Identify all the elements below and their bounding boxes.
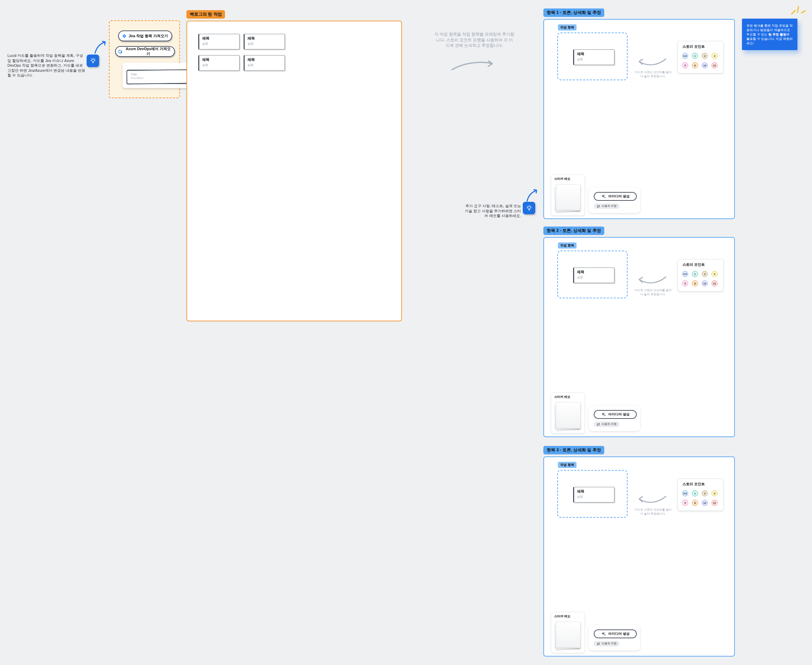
sticky-hint-text: 추가 요구 사항, 테스트, 설계 또는 기술 참고 사항을 추가하려면 스티커… — [463, 203, 521, 218]
import-azure-button[interactable]: Azure DevOps에서 가져오기 — [115, 46, 175, 57]
item-frame-1-title[interactable]: 항목 1 - 토론, 상세화 및 추정 — [543, 8, 604, 17]
ai-ideas-panel: 아이디어 생성 사용자 지정 — [589, 625, 640, 650]
jira-button-label: Jira 작업 항목 가져오기 — [129, 34, 168, 39]
card-title: 제목 — [247, 57, 282, 62]
card-title: 제목 — [577, 270, 611, 275]
backlog-card[interactable]: 제목 설명 — [198, 34, 240, 49]
story-point-chip[interactable]: 13 — [702, 62, 708, 69]
customize-button[interactable]: 사용자 지정 — [594, 421, 619, 427]
work-item-card[interactable]: 제목 설명 — [573, 267, 614, 283]
sticky-memo-panel: 스티커 메모 — [551, 392, 585, 434]
story-point-chip[interactable]: 13 — [702, 500, 708, 506]
sticky-note-stack[interactable] — [555, 400, 581, 431]
lucid-card[interactable]: Title Description — [123, 63, 192, 88]
drag-hint-text: 카드로 스토리 포인트를 끌어다 놓아 추정합니다. — [633, 508, 673, 516]
story-point-title: 스토리 포인트 — [683, 262, 705, 267]
sticky-note-stack[interactable] — [555, 620, 581, 650]
item-frame-3-title[interactable]: 항목 3 - 토론, 상세화 및 추정 — [543, 446, 604, 454]
story-point-chip[interactable]: 1 — [692, 271, 698, 277]
story-point-chip[interactable]: 8 — [692, 280, 698, 287]
story-point-chip[interactable]: 5 — [682, 500, 688, 506]
sparkle-icon — [601, 412, 606, 417]
generate-ideas-label: 아이디어 생성 — [608, 194, 630, 199]
azure-devops-icon — [118, 49, 122, 54]
customize-button[interactable]: 사용자 지정 — [594, 641, 619, 646]
sparkle-icon — [601, 631, 606, 637]
estimate-sticky-note[interactable]: 추정 뱅크를 통해 직접 추정을 적용하거나 팀원들이 개별적으로 투표할 수 … — [742, 19, 797, 50]
sticky-note-stack[interactable] — [555, 182, 581, 213]
jira-icon — [122, 34, 127, 38]
item-frame-2-title[interactable]: 항목 2 - 토론, 상세화 및 추정 — [543, 226, 604, 235]
story-point-chip[interactable]: 2 — [702, 53, 708, 59]
sticky-memo-label: 스티커 메모 — [554, 614, 570, 619]
backlog-card[interactable]: 제목 설명 — [243, 55, 285, 71]
backlog-card[interactable]: 제목 설명 — [243, 34, 285, 49]
backlog-frame-title[interactable]: 백로그의 팀 작업 — [186, 10, 225, 19]
story-point-chip[interactable]: 21 — [712, 62, 717, 69]
card-description: 설명 — [202, 63, 237, 67]
import-jira-button[interactable]: Jira 작업 항목 가져오기 — [118, 31, 172, 41]
curved-arrow-blue-icon — [93, 40, 108, 55]
generate-ideas-button[interactable]: 아이디어 생성 — [594, 410, 637, 419]
ai-ideas-panel: 아이디어 생성 사용자 지정 — [589, 406, 640, 431]
card-description: 설명 — [577, 495, 611, 499]
curved-arrow-blue-icon — [525, 188, 540, 203]
story-point-chip[interactable]: 13 — [702, 280, 708, 287]
story-point-chip[interactable]: 5 — [682, 62, 688, 69]
story-point-chip[interactable]: 8 — [692, 500, 698, 506]
story-point-chip[interactable]: 3 — [712, 271, 717, 277]
generate-ideas-button[interactable]: 아이디어 생성 — [594, 629, 637, 638]
customize-button[interactable]: 사용자 지정 — [594, 203, 619, 209]
customize-label: 사용자 지정 — [601, 642, 617, 646]
story-point-chip[interactable]: 21 — [712, 500, 717, 506]
ai-ideas-panel: 아이디어 생성 사용자 지정 — [589, 188, 640, 213]
story-point-chip[interactable]: 1 — [692, 53, 698, 59]
story-point-chip[interactable]: 8 — [692, 62, 698, 69]
story-point-chip[interactable]: 3 — [712, 490, 717, 496]
generate-ideas-button[interactable]: 아이디어 생성 — [594, 192, 637, 201]
card-title: 제목 — [577, 489, 611, 494]
story-point-chip[interactable]: 2 — [702, 490, 708, 496]
card-title: 제목 — [202, 36, 237, 41]
story-point-title: 스토리 포인트 — [683, 44, 705, 49]
card-title: 제목 — [577, 51, 611, 57]
lightbulb-icon — [523, 202, 535, 215]
story-point-chip[interactable]: 0.5 — [682, 53, 688, 59]
story-point-chip[interactable]: 2 — [702, 271, 708, 277]
work-item-card[interactable]: 제목 설명 — [573, 49, 614, 65]
work-item-tag[interactable]: 작업 항목 — [558, 25, 577, 31]
card-description-placeholder: Description — [131, 76, 184, 80]
story-point-chip[interactable]: 0.5 — [682, 271, 688, 277]
sparkle-decoration-icon — [790, 4, 807, 16]
backlog-card[interactable]: 제목 설명 — [198, 55, 240, 71]
curved-arrow-left-icon — [636, 494, 667, 505]
work-item-tag[interactable]: 작업 항목 — [558, 462, 577, 468]
story-point-chip[interactable]: 0.5 — [682, 490, 688, 496]
story-point-chip[interactable]: 5 — [682, 280, 688, 287]
customize-label: 사용자 지정 — [601, 204, 617, 208]
azure-button-label: Azure DevOps에서 가져오기 — [124, 46, 172, 57]
backlog-frame: 제목 설명 제목 설명 제목 설명 제목 설명 — [186, 21, 402, 321]
story-point-title: 스토리 포인트 — [683, 482, 705, 486]
story-point-bank: 스토리 포인트 0.5 1 2 3 5 8 13 21 — [677, 41, 724, 74]
sliders-icon — [596, 642, 600, 645]
lightbulb-icon — [87, 54, 99, 67]
item-frame-3: 작업 항목 제목 설명 카드로 스토리 포인트를 끌어다 놓아 추정합니다. 스… — [543, 457, 735, 657]
curved-arrow-left-icon — [636, 56, 667, 68]
curved-arrow-left-icon — [636, 274, 667, 286]
whiteboard-canvas: Lucid 카드를 활용하여 작업 항목을 계획, 구성 및 할당하세요. 카드… — [0, 0, 812, 665]
story-point-chip[interactable]: 3 — [712, 53, 717, 59]
story-point-chip[interactable]: 21 — [712, 280, 717, 287]
work-item-tag[interactable]: 작업 항목 — [558, 242, 577, 249]
work-item-card[interactable]: 제목 설명 — [573, 487, 614, 503]
card-description: 설명 — [577, 57, 611, 62]
left-hint-text: Lucid 카드를 활용하여 작업 항목을 계획, 구성 및 할당하세요. 카드… — [7, 53, 87, 78]
generate-ideas-label: 아이디어 생성 — [608, 631, 630, 636]
sticky-memo-label: 스티커 메모 — [554, 395, 570, 399]
note-text-bold: 팀 추정 활동 — [768, 33, 786, 36]
item-frame-2: 작업 항목 제목 설명 카드로 스토리 포인트를 끌어다 놓아 추정합니다. 스… — [543, 237, 735, 437]
story-point-chip[interactable]: 1 — [692, 490, 698, 496]
card-sketch-field[interactable]: Title Description — [127, 69, 188, 85]
sliders-icon — [596, 423, 600, 426]
sliders-icon — [596, 205, 600, 208]
